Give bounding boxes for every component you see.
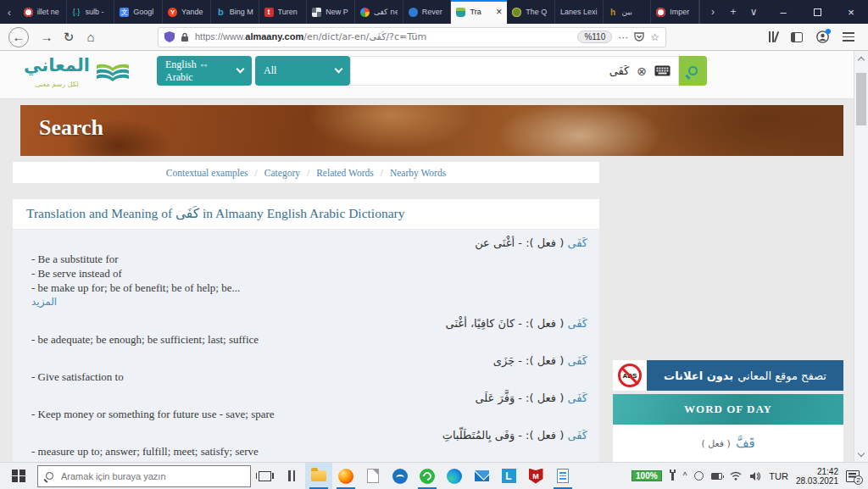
nav-link-related-words[interactable]: Related Words xyxy=(316,168,374,178)
browser-tab[interactable]: sulb - xyxy=(67,0,115,24)
browser-tab[interactable]: Googl xyxy=(114,0,163,24)
account-icon[interactable] xyxy=(816,31,829,43)
reload-button[interactable]: ↻ xyxy=(58,30,80,45)
mail-button[interactable] xyxy=(468,463,495,489)
scrollbar-up-arrow-icon[interactable] xyxy=(854,53,868,64)
new-tab-button[interactable]: + xyxy=(724,6,743,18)
page-actions-icon[interactable]: ··· xyxy=(618,31,628,43)
whatsapp-button[interactable] xyxy=(414,463,441,489)
page-scrollbar[interactable] xyxy=(854,51,868,462)
start-button[interactable] xyxy=(0,463,37,489)
nav-link-nearby-words[interactable]: Nearby Words xyxy=(390,168,446,178)
right-sidebar: ADS تصفح موقع المعاني بدون اعلانات WORD … xyxy=(613,360,843,462)
hidden-icons-chevron[interactable]: ^ xyxy=(683,471,687,481)
tray-app-icon[interactable] xyxy=(694,471,704,481)
entry-headword-link[interactable]: كَفَى xyxy=(567,354,587,367)
browser-tab[interactable]: Bing M xyxy=(211,0,259,24)
no-ads-banner[interactable]: ADS تصفح موقع المعاني بدون اعلانات xyxy=(613,360,843,391)
keyboard-language-indicator[interactable]: TUR xyxy=(769,471,788,481)
entry-headword-link[interactable]: كَفَى xyxy=(567,392,587,404)
browser-tab[interactable]: كفى ne xyxy=(355,0,403,24)
window-close-button[interactable]: × xyxy=(834,0,868,24)
url-bar[interactable]: https://www.almaany.com/en/dict/ar-en/كَ… xyxy=(158,27,666,47)
forward-button[interactable]: → xyxy=(36,30,58,44)
nav-link-contextual-examples[interactable]: Contextual examples xyxy=(166,168,248,178)
mail-envelope-icon xyxy=(475,470,489,481)
entry-headword-link[interactable]: كَفَى xyxy=(567,236,587,249)
tracking-shield-icon[interactable] xyxy=(164,31,175,42)
word-of-day-link[interactable]: قَفَّ xyxy=(736,436,755,451)
volume-icon[interactable] xyxy=(749,471,761,481)
tab-favicon-red-badge-icon xyxy=(24,8,33,17)
action-center-icon[interactable]: 2 xyxy=(846,470,860,482)
nav-separator: / xyxy=(381,168,383,178)
no-ads-icon: ADS xyxy=(618,364,642,387)
browser-tab[interactable]: Yande xyxy=(163,0,211,24)
virtual-keyboard-icon[interactable] xyxy=(654,65,670,76)
entry-arabic-tail: ( فعل ): - كانَ كافِيًا، أغْنَى xyxy=(446,317,565,330)
dictionary-app-button[interactable]: L xyxy=(495,463,522,489)
category-dropdown[interactable]: All xyxy=(255,56,350,86)
search-submit-button[interactable] xyxy=(679,56,707,86)
browser-tab[interactable]: New P xyxy=(307,0,355,24)
tab-scroll-right-icon[interactable]: › xyxy=(704,6,722,18)
window-restore-button[interactable] xyxy=(800,0,834,24)
mcafee-button[interactable]: M xyxy=(522,463,549,489)
tab-close-icon[interactable]: × xyxy=(496,6,502,18)
more-link[interactable]: المزيد xyxy=(25,295,587,309)
battery-icon[interactable] xyxy=(711,473,722,480)
taskbar-search-input[interactable] xyxy=(61,471,242,481)
browser-tab[interactable]: بين xyxy=(604,0,652,24)
wifi-icon[interactable] xyxy=(730,471,742,481)
browser-tab[interactable]: Rever xyxy=(403,0,452,24)
nav-link-category[interactable]: Category xyxy=(264,168,300,178)
firefox-button[interactable] xyxy=(332,463,359,489)
pinned-app-button[interactable] xyxy=(278,463,305,489)
dictionary-entry: كَفَى ( فعل ): - وَفَى بِالمُتَطَلّباتِ … xyxy=(25,425,587,458)
almaany-logo[interactable]: المعاني لكل رسم معنى xyxy=(24,56,131,90)
sidebars-icon[interactable] xyxy=(791,32,803,42)
almaany-book-icon xyxy=(95,61,131,85)
entry-headword-link[interactable]: كَفَى xyxy=(567,429,587,442)
language-pair-dropdown[interactable]: English ⇔ Arabic xyxy=(157,56,252,86)
menu-hamburger-icon[interactable] xyxy=(843,32,854,41)
dictionary-search-input[interactable]: كَفَى ⊗ xyxy=(350,56,679,86)
mcafee-shield-icon: M xyxy=(529,469,543,484)
browser-tab[interactable]: illet ne xyxy=(19,0,67,24)
browser-tab[interactable]: Lanes Lexi xyxy=(555,0,604,24)
back-button[interactable]: ← xyxy=(8,27,29,47)
scrollbar-down-arrow-icon[interactable] xyxy=(854,448,868,460)
url-text[interactable]: https://www.almaany.com/en/dict/ar-en/كَ… xyxy=(195,31,571,42)
scrollbar-thumb[interactable] xyxy=(856,73,866,125)
browser-tab[interactable]: The Q xyxy=(507,0,555,24)
window-minimize-button[interactable]: – xyxy=(766,0,800,24)
battery-percent-badge[interactable]: 100% xyxy=(632,470,662,481)
browser-tab-active[interactable]: Tra× xyxy=(451,0,507,24)
pocket-icon[interactable] xyxy=(634,32,644,42)
library-icon[interactable] xyxy=(769,31,777,42)
edge-icon xyxy=(447,469,462,484)
libreoffice-button[interactable] xyxy=(359,463,387,489)
tab-favicon-translate-color-icon xyxy=(360,8,370,17)
restore-icon xyxy=(814,8,821,16)
home-button[interactable]: ⌂ xyxy=(80,30,102,44)
result-card-body: كَفَى ( فعل ): - أغْنَى عن - Be a substi… xyxy=(13,230,599,462)
edge-button[interactable] xyxy=(441,463,468,489)
zoom-level-badge[interactable]: %110 xyxy=(577,31,612,43)
tab-scroll-left-icon[interactable]: ‹ xyxy=(0,0,19,24)
taskbar-search-box[interactable] xyxy=(37,465,251,487)
blue-app-button[interactable] xyxy=(387,463,414,489)
bookmark-star-icon[interactable]: ☆ xyxy=(650,31,659,43)
entry-english-line: - be adequate; be enough; be sufficient;… xyxy=(25,332,587,347)
clear-input-icon[interactable]: ⊗ xyxy=(637,64,647,78)
browser-tab[interactable]: Turen xyxy=(259,0,308,24)
clock[interactable]: 21:42 28.03.2021 xyxy=(796,467,838,486)
tab-list-chevron-icon[interactable]: ∨ xyxy=(744,6,763,18)
task-view-button[interactable] xyxy=(251,463,278,489)
file-explorer-button[interactable] xyxy=(305,463,332,489)
tab-label: Tra xyxy=(470,8,492,16)
browser-tab[interactable]: Imper xyxy=(651,0,699,24)
entry-headword-link[interactable]: كَفَى xyxy=(567,317,587,330)
writer-document-icon xyxy=(557,469,569,483)
writer-button[interactable] xyxy=(549,463,576,489)
